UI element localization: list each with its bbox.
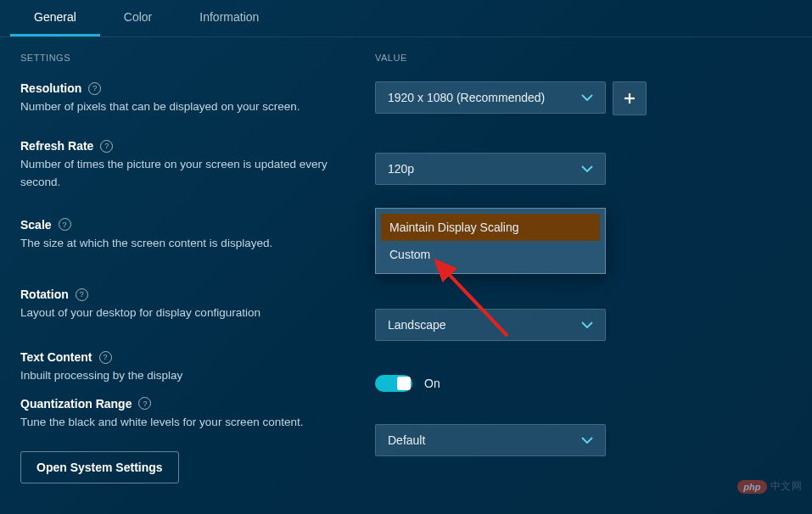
text-content-title: Text Content xyxy=(20,350,92,364)
scale-desc: The size at which the screen content is … xyxy=(20,235,343,252)
help-icon[interactable]: ? xyxy=(88,82,101,95)
quantization-title: Quantization Range xyxy=(20,397,132,411)
add-resolution-button[interactable] xyxy=(613,81,647,115)
open-system-settings-button[interactable]: Open System Settings xyxy=(20,451,179,483)
toggle-label: On xyxy=(424,377,440,390)
annotation-arrow-icon xyxy=(429,254,523,348)
resolution-title: Resolution xyxy=(20,81,81,95)
setting-resolution: Resolution ? Number of pixels that can b… xyxy=(20,81,375,115)
watermark: php 中文网 xyxy=(737,479,802,494)
rotation-desc: Layout of your desktop for display confi… xyxy=(20,304,343,321)
scale-option-maintain[interactable]: Maintain Display Scaling xyxy=(381,214,600,241)
text-content-desc: Inbuilt processing by the display xyxy=(20,367,343,384)
setting-text-content: Text Content ? Inbuilt processing by the… xyxy=(20,350,375,384)
toggle-knob xyxy=(397,377,411,390)
watermark-badge: php xyxy=(737,480,766,494)
chevron-down-icon xyxy=(581,163,593,175)
rotation-title: Rotation xyxy=(20,288,69,301)
chevron-down-icon xyxy=(581,319,593,331)
help-icon[interactable]: ? xyxy=(59,218,71,231)
setting-rotation: Rotation ? Layout of your desktop for di… xyxy=(20,288,375,321)
chevron-down-icon xyxy=(581,434,593,446)
tab-information[interactable]: Information xyxy=(176,0,283,36)
tab-general[interactable]: General xyxy=(10,0,100,36)
help-icon[interactable]: ? xyxy=(76,288,88,301)
refresh-desc: Number of times the picture on your scre… xyxy=(20,156,343,191)
value-header: VALUE xyxy=(375,53,792,63)
help-icon[interactable]: ? xyxy=(99,351,112,364)
scale-title: Scale xyxy=(20,218,52,232)
setting-refresh: Refresh Rate ? Number of times the pictu… xyxy=(20,139,375,191)
setting-scale: Scale ? The size at which the screen con… xyxy=(20,218,375,252)
settings-column: SETTINGS Resolution ? Number of pixels t… xyxy=(20,53,375,494)
help-icon[interactable]: ? xyxy=(138,397,151,410)
quantization-dropdown[interactable]: Default xyxy=(375,424,606,456)
settings-header: SETTINGS xyxy=(20,53,375,63)
text-content-toggle[interactable] xyxy=(375,375,412,392)
refresh-dropdown[interactable]: 120p xyxy=(375,153,606,185)
resolution-dropdown[interactable]: 1920 x 1080 (Recommended) xyxy=(375,81,606,114)
quantization-desc: Tune the black and white levels for your… xyxy=(20,414,343,431)
refresh-title: Refresh Rate xyxy=(20,139,93,153)
chevron-down-icon xyxy=(581,92,593,103)
help-icon[interactable]: ? xyxy=(100,140,113,153)
svg-line-3 xyxy=(443,268,507,336)
resolution-value: 1920 x 1080 (Recommended) xyxy=(388,91,545,104)
setting-quantization: Quantization Range ? Tune the black and … xyxy=(20,397,375,431)
refresh-value: 120p xyxy=(388,162,414,176)
quantization-value: Default xyxy=(388,433,425,447)
resolution-desc: Number of pixels that can be displayed o… xyxy=(20,98,343,115)
watermark-text: 中文网 xyxy=(770,479,803,494)
tab-bar: General Color Information xyxy=(0,0,812,37)
tab-color[interactable]: Color xyxy=(100,0,176,36)
